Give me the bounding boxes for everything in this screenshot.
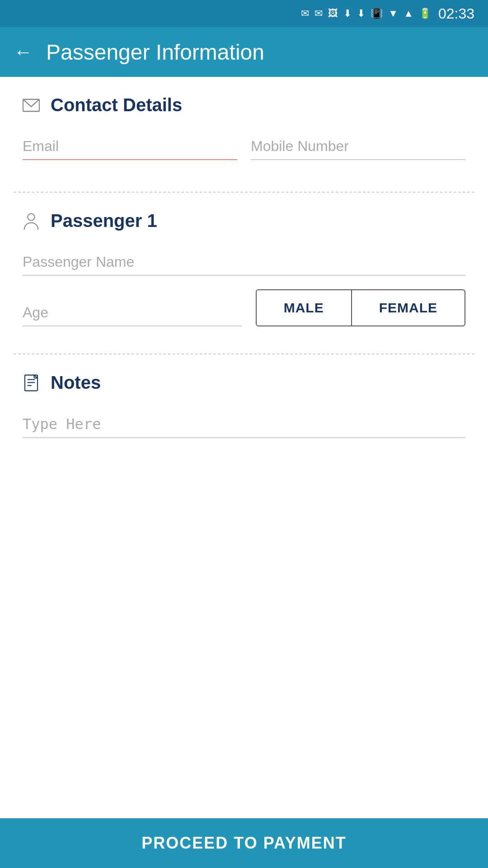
- age-input[interactable]: [23, 300, 242, 326]
- image-icon: 🖼: [328, 8, 338, 19]
- vibrate-icon: 📳: [371, 8, 383, 19]
- gender-toggle-group: MALE FEMALE: [256, 289, 465, 326]
- contact-details-title: Contact Details: [51, 95, 182, 115]
- passenger-1-section: Passenger 1 MALE FEMALE: [0, 193, 488, 354]
- contact-details-header: Contact Details: [23, 95, 465, 115]
- female-button[interactable]: FEMALE: [352, 289, 465, 326]
- person-icon: [23, 212, 40, 230]
- status-time: 02:33: [438, 5, 474, 22]
- signal-icon: ▲: [404, 8, 413, 19]
- email-field-wrapper: [23, 133, 237, 160]
- notes-title: Notes: [51, 373, 101, 393]
- mail-icon-2: ✉: [314, 8, 323, 19]
- bottom-bar: PROCEED TO PAYMENT: [0, 818, 488, 868]
- wifi-icon: ▼: [388, 8, 398, 19]
- passenger-1-header: Passenger 1: [23, 211, 465, 231]
- contact-form-row: [23, 133, 465, 160]
- download-icon-1: ⬇: [343, 8, 352, 19]
- contact-details-section: Contact Details: [0, 77, 488, 192]
- page-title: Passenger Information: [46, 40, 264, 65]
- passenger-1-title: Passenger 1: [51, 211, 157, 231]
- proceed-to-payment-button[interactable]: PROCEED TO PAYMENT: [141, 834, 346, 853]
- mobile-field-wrapper: [251, 133, 465, 160]
- svg-point-1: [28, 213, 34, 220]
- male-button[interactable]: MALE: [256, 289, 352, 326]
- notes-input[interactable]: [23, 411, 465, 438]
- notes-section: Notes: [0, 354, 488, 458]
- age-field-wrapper: [23, 300, 242, 326]
- email-input[interactable]: [23, 133, 237, 160]
- back-button[interactable]: ←: [14, 42, 33, 61]
- notes-header: Notes: [23, 373, 465, 393]
- passenger-name-input[interactable]: [23, 249, 465, 276]
- status-icons: ✉ ✉ 🖼 ⬇ ⬇ 📳 ▼ ▲ 🔋: [301, 8, 431, 19]
- envelope-icon: [23, 97, 40, 114]
- download-icon-2: ⬇: [357, 8, 365, 19]
- status-bar: ✉ ✉ 🖼 ⬇ ⬇ 📳 ▼ ▲ 🔋 02:33: [0, 0, 488, 27]
- mobile-input[interactable]: [251, 133, 465, 160]
- battery-icon: 🔋: [419, 8, 431, 19]
- content-area: Contact Details Passenger 1: [0, 77, 488, 868]
- app-bar: ← Passenger Information: [0, 27, 488, 77]
- age-gender-row: MALE FEMALE: [23, 289, 465, 326]
- passenger-name-wrapper: [23, 249, 465, 276]
- mail-icon-1: ✉: [301, 8, 309, 19]
- notes-icon: [23, 374, 40, 392]
